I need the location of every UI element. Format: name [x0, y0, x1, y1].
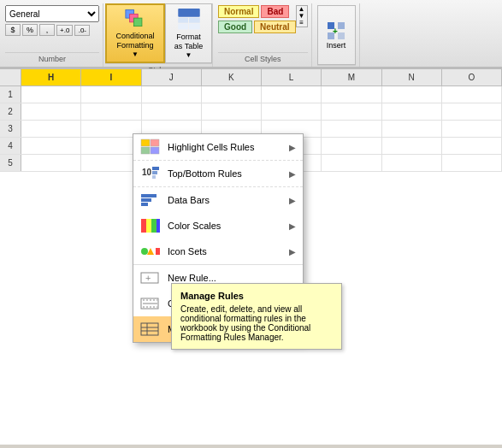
table-row: 1 — [0, 86, 502, 103]
format-table-arrow: ▼ — [186, 51, 192, 59]
cell[interactable] — [382, 155, 442, 171]
row-num: 4 — [0, 138, 21, 154]
cell[interactable] — [142, 86, 202, 103]
corner-cell — [0, 69, 21, 85]
colorscales-arrow: ▶ — [289, 221, 296, 231]
insert-content: + Insert — [317, 5, 356, 65]
normal-style[interactable]: Normal — [218, 5, 259, 18]
number-buttons: $ % , +.0 .0- — [5, 24, 99, 36]
styles-scrollbar[interactable]: ▲ ▼ ≡ — [296, 5, 308, 27]
svg-rect-30 — [156, 248, 160, 255]
menu-item-databars[interactable]: Data Bars ▶ — [133, 186, 303, 213]
conditional-formatting-label: ConditionalFormatting — [115, 32, 154, 50]
cell[interactable] — [322, 121, 381, 137]
insert-button[interactable]: + Insert — [317, 5, 356, 65]
colorscales-icon — [140, 217, 161, 234]
cell[interactable] — [262, 86, 322, 103]
cell[interactable] — [202, 103, 262, 120]
decimal-increase-button[interactable]: +.0 — [56, 25, 73, 36]
svg-rect-13 — [141, 139, 150, 146]
styles-scroll-more[interactable]: ≡ — [297, 20, 307, 27]
conditional-formatting-icon — [121, 9, 149, 30]
cell[interactable] — [81, 86, 141, 103]
format-section: ConditionalFormatting ▼ Formatas Table ▼… — [105, 3, 213, 67]
svg-text:+: + — [145, 273, 151, 283]
col-header-n[interactable]: N — [382, 69, 442, 85]
cell[interactable] — [21, 155, 81, 171]
svg-rect-3 — [178, 9, 199, 17]
menu-item-highlight[interactable]: Highlight Cells Rules ▶ — [133, 134, 303, 160]
insert-section: + Insert Cells — [314, 3, 360, 67]
col-header-m[interactable]: M — [322, 69, 381, 85]
col-header-i[interactable]: I — [81, 69, 141, 85]
row-num: 1 — [0, 86, 21, 103]
svg-rect-37 — [141, 323, 158, 335]
number-format-select[interactable]: General — [5, 5, 99, 22]
cell[interactable] — [21, 138, 81, 154]
svg-point-28 — [141, 248, 148, 255]
clearrules-icon — [140, 295, 161, 312]
newrule-label: New Rule... — [168, 273, 296, 283]
cell[interactable] — [382, 86, 442, 103]
cell-styles-section: Normal Bad Good Neutral ▲ ▼ ≡ Cell Style… — [215, 3, 312, 67]
bad-style[interactable]: Bad — [261, 5, 289, 18]
format-table-button[interactable]: Formatas Table ▼ — [165, 3, 212, 63]
svg-rect-14 — [151, 139, 159, 146]
col-header-h[interactable]: H — [21, 69, 81, 85]
iconsets-arrow: ▶ — [289, 247, 296, 256]
menu-item-iconsets[interactable]: Icon Sets ▶ — [133, 239, 303, 264]
cell[interactable] — [442, 138, 502, 154]
svg-rect-7 — [189, 24, 200, 30]
cell[interactable] — [442, 86, 502, 103]
good-style[interactable]: Good — [218, 21, 252, 33]
menu-item-topbottom[interactable]: 10 Top/Bottom Rules ▶ — [133, 160, 303, 186]
decimal-decrease-button[interactable]: .0- — [74, 25, 90, 36]
tooltip: Manage Rules Create, edit, delete, and v… — [171, 283, 342, 350]
col-header-o[interactable]: O — [442, 69, 502, 85]
row-num: 3 — [0, 121, 21, 137]
svg-marker-29 — [147, 248, 154, 255]
svg-rect-11 — [338, 32, 345, 39]
tooltip-title: Manage Rules — [180, 291, 333, 301]
cell[interactable] — [442, 103, 502, 120]
cell[interactable] — [21, 86, 81, 103]
cell[interactable] — [382, 138, 442, 154]
percent-button[interactable]: % — [22, 24, 38, 36]
svg-rect-23 — [141, 203, 148, 206]
cell[interactable] — [21, 121, 81, 137]
cell[interactable] — [262, 103, 322, 120]
col-header-l[interactable]: L — [262, 69, 322, 85]
cell[interactable] — [81, 103, 141, 120]
svg-rect-5 — [189, 18, 200, 23]
iconsets-label: Icon Sets — [168, 246, 282, 256]
col-header-k[interactable]: K — [202, 69, 262, 85]
currency-button[interactable]: $ — [5, 24, 21, 36]
cell[interactable] — [442, 155, 502, 171]
comma-button[interactable]: , — [39, 24, 55, 36]
cell[interactable] — [142, 103, 202, 120]
col-header-j[interactable]: J — [142, 69, 202, 85]
cell[interactable] — [382, 121, 442, 137]
topbottom-label: Top/Bottom Rules — [168, 168, 282, 179]
styles-row-1: Normal Bad — [218, 5, 296, 18]
conditional-formatting-button[interactable]: ConditionalFormatting ▼ — [105, 3, 165, 63]
styles-row-2: Good Neutral — [218, 21, 296, 33]
cell[interactable] — [202, 86, 262, 103]
cell[interactable] — [322, 155, 381, 171]
insert-label: Insert — [327, 41, 346, 50]
insert-icon: + — [326, 21, 346, 41]
cell[interactable] — [322, 138, 381, 154]
cell[interactable] — [322, 103, 381, 120]
svg-rect-6 — [178, 24, 188, 30]
cell[interactable] — [21, 103, 81, 120]
cell[interactable] — [322, 86, 381, 103]
menu-item-colorscales[interactable]: Color Scales ▶ — [133, 213, 303, 239]
svg-rect-16 — [151, 147, 159, 154]
cell[interactable] — [442, 121, 502, 137]
svg-rect-2 — [133, 18, 142, 27]
svg-rect-4 — [178, 18, 188, 23]
ribbon: General $ % , +.0 .0- Number — [0, 0, 502, 68]
neutral-style[interactable]: Neutral — [254, 21, 295, 33]
cell[interactable] — [382, 103, 442, 120]
style-cells: Normal Bad Good Neutral — [218, 5, 296, 34]
